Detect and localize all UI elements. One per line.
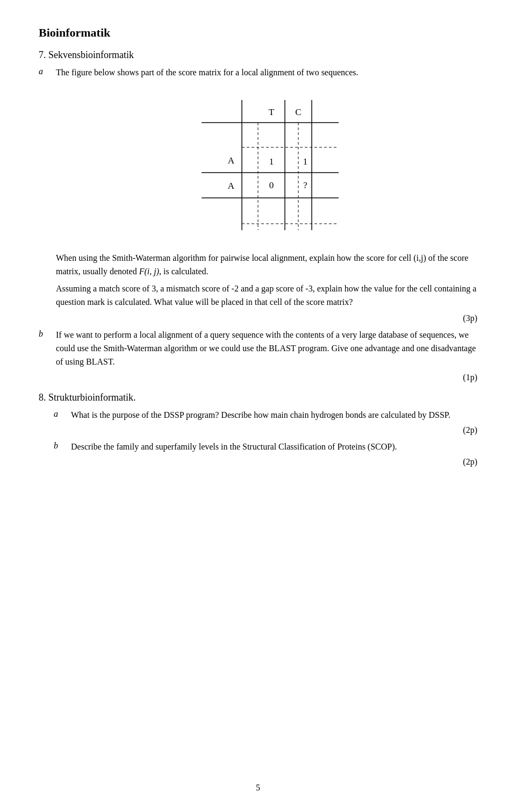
sub-7a-body: When using the Smith-Waterman algorithm … xyxy=(56,252,477,279)
sub-7a-body3: Assuming a match score of 3, a mismatch … xyxy=(56,282,477,309)
sub-7a-intro-text: The figure below shows part of the score… xyxy=(56,68,358,77)
svg-text:0: 0 xyxy=(269,180,274,190)
sub-7a-body2: , is calculated. xyxy=(159,267,209,276)
section-8: 8. Strukturbioinformatik. a What is the … xyxy=(39,392,477,467)
sub-7a-fij: F(i, j) xyxy=(139,267,159,276)
sub-7a-explanation-row: When using the Smith-Waterman algorithm … xyxy=(39,252,477,279)
sub-7a-label: a xyxy=(39,66,56,76)
sub-question-7b: b If we want to perform a local alignmen… xyxy=(39,329,477,368)
sub-7a-points: (3p) xyxy=(39,314,477,323)
section-7: 7. Sekvensbioinformatik a The figure bel… xyxy=(39,49,477,382)
matrix-svg: T C A A xyxy=(172,95,344,234)
sub-question-8b: b Describe the family and superfamily le… xyxy=(54,440,477,454)
svg-text:A: A xyxy=(228,181,235,191)
section-7-heading: 7. Sekvensbioinformatik xyxy=(39,49,477,61)
sub-7b-text: If we want to perform a local alignment … xyxy=(56,329,477,368)
score-matrix-figure: T C A A xyxy=(39,95,477,234)
sub-8b-points: (2p) xyxy=(39,457,477,467)
svg-text:?: ? xyxy=(303,180,307,190)
sub-8b-text: Describe the family and superfamily leve… xyxy=(71,440,477,454)
sub-7a-body3-row: Assuming a match score of 3, a mismatch … xyxy=(39,282,477,309)
svg-text:1: 1 xyxy=(303,156,308,167)
sub-8a-text: What is the purpose of the DSSP program?… xyxy=(71,409,477,422)
sub-7a-body1: When using the Smith-Waterman algorithm … xyxy=(56,253,468,276)
page-title: Bioinformatik xyxy=(39,26,477,40)
section-8-heading: 8. Strukturbioinformatik. xyxy=(39,392,477,403)
page-number: 5 xyxy=(0,783,516,793)
svg-text:T: T xyxy=(269,107,275,117)
sub-8b-label: b xyxy=(54,440,71,451)
svg-text:C: C xyxy=(295,107,301,117)
sub-7a-intro: The figure below shows part of the score… xyxy=(56,66,477,80)
sub-8a-label: a xyxy=(54,409,71,419)
sub-7b-label: b xyxy=(39,329,56,339)
page: Bioinformatik 7. Sekvensbioinformatik a … xyxy=(0,0,516,812)
svg-text:1: 1 xyxy=(269,156,274,167)
sub-8a-points: (2p) xyxy=(39,425,477,435)
sub-question-8a: a What is the purpose of the DSSP progra… xyxy=(54,409,477,422)
sub-7b-points: (1p) xyxy=(39,373,477,382)
sub-question-7a: a The figure below shows part of the sco… xyxy=(39,66,477,80)
svg-text:A: A xyxy=(228,155,235,166)
